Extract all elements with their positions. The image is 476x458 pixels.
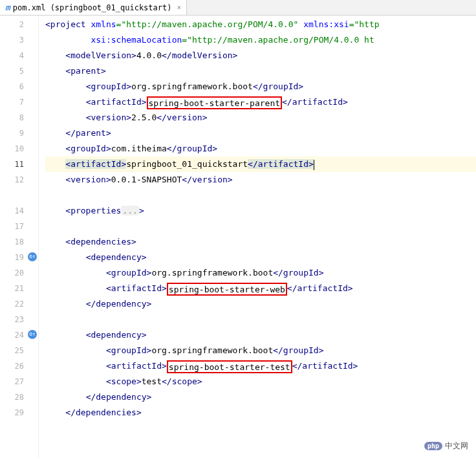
code-line: <version>0.0.1-SNAPSHOT</version> (45, 172, 476, 188)
code-line: <parent> (45, 63, 476, 79)
line-number: 21 (0, 281, 38, 296)
code-line: <groupId>org.springframework.boot</group… (45, 265, 476, 281)
line-number: 14 (0, 203, 38, 219)
highlight-web-artifact: spring-boot-starter-web (167, 283, 287, 296)
highlight-test-artifact: spring-boot-starter-test (167, 360, 292, 373)
code-line: <version>2.5.0</version> (45, 110, 476, 125)
code-line: <artifactId>spring-boot-starter-test</ar… (45, 358, 476, 374)
override-marker-icon[interactable] (28, 252, 37, 261)
tab-label: pom.xml (springboot_01_quickstart) (13, 3, 172, 12)
maven-icon: m (5, 3, 10, 12)
code-line: <dependency> (45, 327, 476, 343)
fold-ellipsis[interactable]: ... (121, 206, 138, 215)
line-number: 2 (0, 17, 38, 32)
line-number-current: 11 (0, 157, 38, 172)
override-marker-icon[interactable] (28, 330, 37, 339)
line-number: 18 (0, 234, 38, 250)
line-number: 9 (0, 125, 38, 141)
code-line: <project xmlns="http://maven.apache.org/… (45, 17, 476, 32)
code-line: <groupId>org.springframework.boot</group… (45, 343, 476, 358)
code-line-current: <artifactId>springboot_01_quickstart</ar… (45, 157, 476, 172)
line-number: 6 (0, 79, 38, 94)
code-line (45, 312, 476, 327)
line-number (0, 188, 38, 203)
code-line: </dependencies> (45, 405, 476, 420)
code-line: <modelVersion>4.0.0</modelVersion> (45, 48, 476, 63)
code-line (45, 219, 476, 234)
text-caret (314, 160, 314, 170)
code-line: </dependency> (45, 389, 476, 405)
line-number: 8 (0, 110, 38, 125)
code-line: <artifactId>spring-boot-starter-web</art… (45, 281, 476, 296)
watermark: php 中文网 (422, 439, 471, 453)
line-number: 24 (0, 327, 38, 343)
line-number: 5 (0, 63, 38, 79)
gutter: 2 3 4 5 6 7 8 9 10 11 12 14 17 18 19 20 … (0, 16, 39, 458)
line-number: 25 (0, 343, 38, 358)
code-line: <dependency> (45, 250, 476, 265)
php-badge-icon: php (424, 442, 442, 450)
code-line: <dependencies> (45, 234, 476, 250)
line-number: 19 (0, 250, 38, 265)
code-line: <groupId>com.itheima</groupId> (45, 141, 476, 157)
code-area[interactable]: <project xmlns="http://maven.apache.org/… (39, 16, 476, 458)
line-number: 4 (0, 48, 38, 63)
code-line: <groupId>org.springframework.boot</group… (45, 79, 476, 94)
line-number: 28 (0, 389, 38, 405)
code-line: xsi:schemaLocation="http://maven.apache.… (45, 32, 476, 48)
watermark-text: 中文网 (445, 441, 468, 452)
code-line: <artifactId>spring-boot-starter-parent</… (45, 94, 476, 110)
line-number: 3 (0, 32, 38, 48)
code-line: <properties...> (45, 203, 476, 219)
code-line (45, 188, 476, 203)
line-number: 23 (0, 312, 38, 327)
line-number: 10 (0, 141, 38, 157)
line-number: 22 (0, 296, 38, 312)
code-line: <scope>test</scope> (45, 374, 476, 389)
editor: 2 3 4 5 6 7 8 9 10 11 12 14 17 18 19 20 … (0, 16, 476, 458)
line-number: 20 (0, 265, 38, 281)
code-line: </parent> (45, 125, 476, 141)
line-number: 12 (0, 172, 38, 188)
tab-bar: m pom.xml (springboot_01_quickstart) × (0, 0, 476, 16)
line-number: 7 (0, 94, 38, 110)
file-tab[interactable]: m pom.xml (springboot_01_quickstart) × (0, 0, 187, 15)
close-icon[interactable]: × (177, 3, 181, 12)
line-number: 17 (0, 219, 38, 234)
line-number: 27 (0, 374, 38, 389)
highlight-parent-artifact: spring-boot-starter-parent (147, 96, 283, 109)
code-line: </dependency> (45, 296, 476, 312)
line-number: 29 (0, 405, 38, 420)
line-number: 26 (0, 358, 38, 374)
